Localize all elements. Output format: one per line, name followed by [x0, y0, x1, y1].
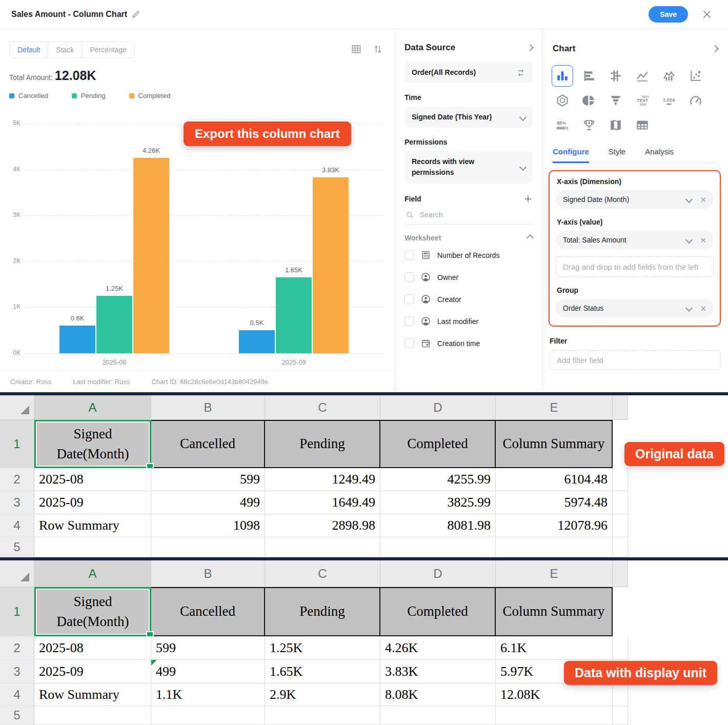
cell-C2[interactable]: 1249.49: [265, 468, 380, 491]
column-header-C[interactable]: C: [265, 560, 380, 587]
sheet-corner[interactable]: [0, 395, 34, 420]
row-header-4[interactable]: 4: [0, 514, 34, 537]
cell-B4[interactable]: 1.1K: [151, 683, 265, 706]
column-header-A[interactable]: A: [34, 395, 151, 420]
cell-blank[interactable]: [613, 636, 628, 660]
row-header-3[interactable]: 3: [0, 660, 34, 683]
remove-field-icon[interactable]: ✕: [700, 305, 706, 312]
cell-empty[interactable]: [151, 537, 265, 557]
chart-type-number-card[interactable]: 1,024: [658, 90, 680, 111]
cell-D3[interactable]: 3.83K: [380, 660, 496, 683]
cell-empty[interactable]: [265, 706, 380, 725]
cell-E3[interactable]: 5974.48: [496, 491, 613, 514]
tab-stack[interactable]: Stack: [48, 42, 82, 57]
column-header-B[interactable]: B: [151, 395, 265, 420]
cell-C4[interactable]: 2898.98: [265, 514, 380, 537]
column-header-D[interactable]: D: [380, 395, 496, 420]
column-header-E[interactable]: E: [496, 560, 613, 587]
cell-empty[interactable]: [613, 706, 628, 725]
checkbox[interactable]: [405, 272, 414, 282]
row-header-1[interactable]: 1: [0, 420, 34, 468]
chart-type-bar-chart[interactable]: [578, 65, 600, 87]
cell-blank[interactable]: [613, 468, 628, 491]
remove-field-icon[interactable]: ✕: [700, 196, 706, 204]
checkbox[interactable]: [405, 294, 414, 304]
chart-type-pie-chart[interactable]: [578, 90, 600, 111]
cell-B3[interactable]: 499: [151, 491, 265, 514]
cell-empty[interactable]: [34, 706, 151, 725]
chevron-down-icon[interactable]: [685, 305, 693, 312]
checkbox[interactable]: [405, 250, 414, 260]
chart-type-bidirectional-bar-chart[interactable]: [605, 65, 626, 87]
cell-empty[interactable]: [496, 706, 613, 725]
cell-A1[interactable]: Signed Date(Month): [34, 420, 151, 468]
tab-configure[interactable]: Configure: [553, 147, 589, 163]
cell-B2[interactable]: 599: [151, 636, 265, 660]
chevron-right-icon[interactable]: [712, 45, 719, 52]
chart-type-radar-chart[interactable]: [552, 90, 573, 111]
cell-A4[interactable]: Row Summary: [34, 683, 151, 706]
cell-B1[interactable]: Cancelled: [151, 587, 265, 636]
cell-blank[interactable]: [613, 514, 628, 537]
cell-empty[interactable]: [496, 537, 613, 557]
cell-blank[interactable]: [613, 683, 628, 706]
chart-type-word-cloud-chart[interactable]: TEXTTEXTTEXT: [632, 90, 653, 111]
cell-C1[interactable]: Pending: [265, 587, 380, 636]
cell-empty[interactable]: [151, 706, 265, 725]
chevron-down-icon[interactable]: [685, 236, 693, 244]
row-header-5[interactable]: 5: [0, 706, 34, 725]
plus-icon[interactable]: [523, 194, 533, 204]
cell-B4[interactable]: 1098: [151, 514, 265, 537]
chevron-down-icon[interactable]: [685, 196, 693, 203]
group-field-select[interactable]: Order Status ✕: [556, 299, 714, 317]
column-header-D[interactable]: D: [380, 560, 496, 587]
cell-D1[interactable]: Completed: [380, 420, 496, 468]
edit-pencil-icon[interactable]: [131, 10, 140, 19]
cell-empty[interactable]: [613, 537, 628, 557]
cell-B2[interactable]: 599: [151, 468, 265, 491]
cell-empty[interactable]: [265, 537, 380, 557]
row-header-2[interactable]: 2: [0, 468, 34, 491]
chart-type-progress-chart[interactable]: 88%: [552, 114, 573, 136]
cell-C3[interactable]: 1649.49: [265, 491, 380, 514]
column-header-B[interactable]: B: [151, 560, 265, 587]
cell-B3[interactable]: 499: [151, 660, 265, 683]
cell-A3[interactable]: 2025-09: [34, 491, 151, 514]
row-header-5[interactable]: 5: [0, 537, 34, 557]
cell-C4[interactable]: 2.9K: [265, 683, 380, 706]
cell-E4[interactable]: 12078.96: [496, 514, 613, 537]
cell-C2[interactable]: 1.25K: [265, 636, 380, 660]
search-input[interactable]: [419, 210, 513, 219]
cell-C1[interactable]: Pending: [265, 420, 380, 468]
worksheet-item-creation-time[interactable]: Creation time: [405, 332, 533, 354]
cell-D4[interactable]: 8.08K: [380, 683, 496, 706]
row-header-2[interactable]: 2: [0, 636, 34, 660]
chevron-up-icon[interactable]: [527, 234, 534, 241]
chevron-right-icon[interactable]: [527, 44, 534, 51]
column-header-C[interactable]: C: [265, 395, 380, 420]
cell-E2[interactable]: 6.1K: [496, 636, 613, 660]
cell-E4[interactable]: 12.08K: [496, 683, 613, 706]
remove-field-icon[interactable]: ✕: [700, 236, 706, 244]
tab-default[interactable]: Default: [10, 42, 48, 57]
data-source-select[interactable]: Order(All Records): [405, 62, 533, 83]
checkbox[interactable]: [405, 338, 414, 348]
cell-A4[interactable]: Row Summary: [34, 514, 151, 537]
cell-D3[interactable]: 3825.99: [380, 491, 496, 514]
chart-type-gauge-chart[interactable]: [685, 90, 706, 111]
field-dropzone[interactable]: Drag and drop to add fields from the lef…: [556, 256, 714, 277]
cell-A2[interactable]: 2025-08: [34, 468, 151, 491]
filter-dropzone[interactable]: Add filter field: [550, 350, 721, 370]
chart-type-column-chart[interactable]: [552, 65, 573, 87]
worksheet-item-creator[interactable]: Creator: [405, 288, 533, 310]
tab-percentage[interactable]: Percentage: [82, 42, 134, 57]
chart-type-line-chart[interactable]: [632, 65, 653, 87]
close-icon[interactable]: [701, 9, 713, 20]
worksheet-item-last-modifier[interactable]: Last modifier: [405, 310, 533, 332]
cell-empty[interactable]: [34, 537, 151, 557]
worksheet-item-owner[interactable]: Owner: [405, 266, 533, 288]
cell-D2[interactable]: 4255.99: [380, 468, 496, 491]
time-select[interactable]: Signed Date (This Year): [405, 107, 533, 128]
legend-item-completed[interactable]: Completed: [129, 92, 171, 99]
legend-item-pending[interactable]: Pending: [72, 92, 106, 99]
